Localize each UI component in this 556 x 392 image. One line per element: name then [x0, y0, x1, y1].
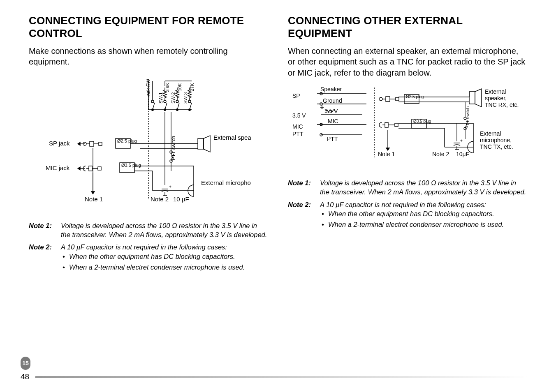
svg-rect-5 [99, 142, 102, 145]
chapter-badge: 15 [21, 357, 30, 370]
note-label: Note 2: [288, 200, 314, 231]
note-subitem: When the other equipment has DC blocking… [320, 209, 504, 218]
left-note-1: Note 1: Voltage is developed across the … [29, 221, 268, 240]
note-label: Note 2: [29, 242, 55, 273]
left-note-2: Note 2: A 10 µF capacitor is not require… [29, 242, 268, 273]
svg-text:27K: 27K [190, 83, 195, 91]
right-notes: Note 1: Voltage is developed across the … [288, 178, 527, 231]
svg-text:MIC jack: MIC jack [46, 164, 70, 171]
svg-text:Externalspeaker,TNC RX, etc.: Externalspeaker,TNC RX, etc. [485, 88, 519, 108]
note-body: A 10 µF capacitor is not required in the… [320, 200, 504, 231]
left-notes: Note 1: Voltage is developed across the … [29, 221, 268, 273]
page-footer: 15 48 [21, 357, 527, 381]
svg-text:3.5 V: 3.5 V [292, 112, 306, 119]
footer-rule [35, 376, 527, 378]
note-body: A 10 µF capacitor is not required in the… [61, 242, 245, 273]
svg-text:10µF: 10µF [456, 151, 469, 157]
svg-text:PTT: PTT [292, 131, 303, 137]
svg-rect-10 [98, 167, 101, 170]
svg-line-43 [165, 103, 167, 110]
svg-text:3.9K: 3.9K [165, 82, 170, 92]
page-number: 48 [21, 372, 29, 381]
svg-rect-83 [396, 97, 399, 101]
left-diagram: + [46, 75, 251, 210]
svg-text:Externalmicrophone,TNC TX, etc: Externalmicrophone,TNC TX, etc. [480, 130, 513, 150]
svg-text:Ø3.5 plug: Ø3.5 plug [121, 163, 141, 168]
svg-text:3.5 V: 3.5 V [324, 108, 338, 114]
left-intro-text: Make connections as shown when remotely … [29, 46, 268, 67]
svg-text:Lock SW: Lock SW [146, 78, 151, 99]
right-column: CONNECTING OTHER EXTERNAL EQUIPMENT When… [288, 14, 527, 277]
note-body: Voltage is developed across the 100 Ω re… [320, 178, 527, 197]
note-subitem: When the other equipment has DC blocking… [61, 252, 245, 261]
svg-text:SW-2: SW-2 [171, 92, 176, 103]
svg-text:PTT: PTT [327, 136, 338, 142]
note-label: Note 1: [29, 221, 55, 240]
svg-text:SW-1: SW-1 [158, 92, 163, 103]
svg-text:Ground: Ground [323, 97, 342, 104]
right-note-1: Note 1: Voltage is developed across the … [288, 178, 527, 197]
svg-text:External microphone: External microphone [201, 179, 251, 186]
left-column: CONNECTING EQUIPMENT FOR REMOTE CONTROL … [29, 14, 268, 277]
svg-text:PTT switch: PTT switch [171, 136, 176, 160]
svg-line-39 [153, 103, 155, 110]
svg-line-47 [177, 103, 179, 110]
note-subitem: When a 2-terminal electret condenser mic… [61, 263, 245, 272]
svg-text:External speaker: External speaker [213, 134, 251, 141]
svg-point-79 [379, 97, 382, 101]
right-section-title: CONNECTING OTHER EXTERNAL EQUIPMENT [288, 14, 527, 40]
svg-text:Note 1: Note 1 [378, 151, 395, 157]
svg-text:SP jack: SP jack [49, 140, 70, 147]
svg-text:10 µF: 10 µF [173, 196, 189, 203]
svg-text:+: + [460, 138, 463, 143]
svg-rect-8 [89, 166, 92, 171]
right-note-2: Note 2: A 10 µF capacitor is not require… [288, 200, 527, 231]
svg-text:Ø2.5 plug: Ø2.5 plug [117, 138, 137, 143]
note-subitem: When a 2-terminal electret condenser mic… [320, 220, 504, 229]
svg-text:SP: SP [292, 92, 300, 99]
left-section-title: CONNECTING EQUIPMENT FOR REMOTE CONTROL [29, 14, 268, 40]
svg-text:Ø2.5 plug: Ø2.5 plug [406, 95, 424, 99]
svg-rect-81 [386, 97, 390, 101]
svg-point-38 [151, 100, 154, 103]
right-diagram: + SP Speaker Ground 3.5 V 3.5 V [292, 85, 523, 168]
svg-rect-86 [385, 122, 388, 127]
svg-text:MIC: MIC [328, 118, 338, 125]
svg-text:Note 1: Note 1 [85, 196, 103, 203]
svg-point-49 [188, 100, 191, 103]
svg-point-46 [176, 100, 178, 103]
svg-text:10K: 10K [177, 83, 182, 91]
svg-text:Speaker: Speaker [320, 86, 342, 92]
svg-rect-18 [198, 138, 204, 149]
svg-text:MIC: MIC [292, 123, 303, 130]
svg-text:SW-3: SW-3 [183, 92, 188, 103]
svg-text:Note 2: Note 2 [432, 151, 449, 157]
svg-text:Note 2: Note 2 [151, 196, 169, 203]
svg-rect-3 [90, 141, 94, 146]
svg-rect-88 [395, 123, 398, 127]
right-intro-text: When connecting an external speaker, an … [288, 46, 527, 78]
svg-line-50 [190, 103, 192, 110]
svg-text:Ø3.5 plug: Ø3.5 plug [413, 119, 431, 124]
svg-point-42 [164, 100, 166, 103]
svg-text:+: + [169, 184, 171, 189]
note-label: Note 1: [288, 178, 314, 197]
note-body: Voltage is developed across the 100 Ω re… [61, 221, 268, 240]
svg-text:PTT switch: PTT switch [465, 106, 470, 129]
